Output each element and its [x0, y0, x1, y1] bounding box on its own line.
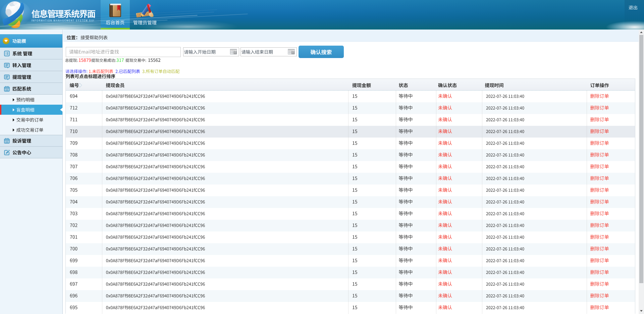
svg-text:INFORMATION MANAGEMENT SYSTEM: INFORMATION MANAGEMENT SYSTEM GUI [32, 18, 95, 22]
